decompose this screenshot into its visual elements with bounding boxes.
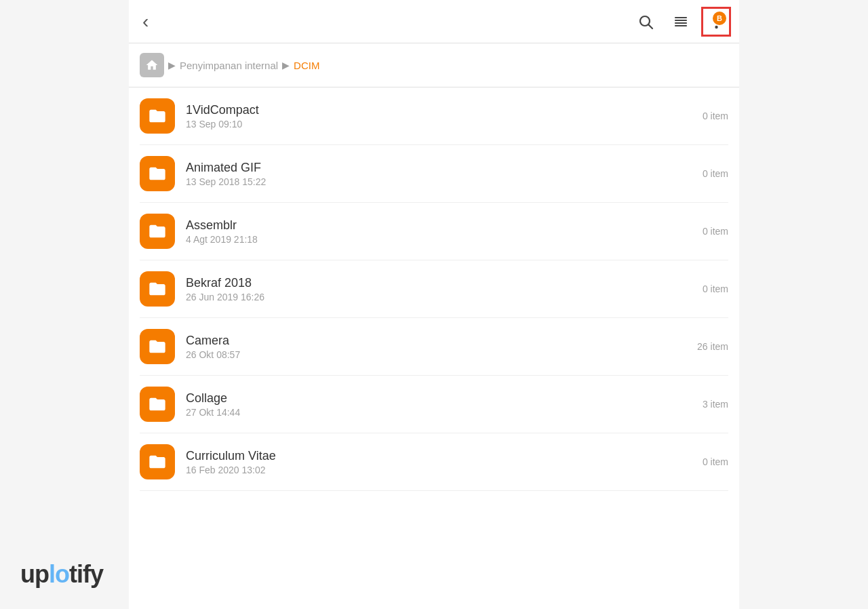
folder-info: Animated GIF 13 Sep 2018 15:22: [186, 161, 697, 187]
folder-date: 13 Sep 09:10: [186, 119, 697, 130]
folder-info: 1VidCompact 13 Sep 09:10: [186, 103, 697, 130]
folder-name: Camera: [186, 334, 692, 348]
folder-date: 26 Jun 2019 16:26: [186, 292, 697, 302]
folder-item[interactable]: Camera 26 Okt 08:57 26 item: [140, 318, 728, 376]
list-view-button[interactable]: [666, 7, 696, 37]
svg-line-1: [649, 24, 653, 28]
folder-count: 3 item: [703, 399, 728, 410]
folder-info: Curriculum Vitae 16 Feb 2020 13:02: [186, 449, 697, 475]
folder-icon: [140, 156, 175, 191]
folder-info: Bekraf 2018 26 Jun 2019 16:26: [186, 276, 697, 302]
breadcrumb-dcim[interactable]: DCIM: [294, 60, 319, 71]
folder-item[interactable]: Animated GIF 13 Sep 2018 15:22 0 item: [140, 145, 728, 203]
folder-name: Animated GIF: [186, 161, 697, 175]
folder-count: 0 item: [703, 283, 728, 294]
folder-name: 1VidCompact: [186, 103, 697, 117]
folder-item[interactable]: Assemblr 4 Agt 2019 21:18 0 item: [140, 203, 728, 260]
folder-icon: [140, 98, 175, 134]
folder-icon: [140, 387, 175, 422]
watermark-up: up: [20, 560, 49, 588]
folder-name: Collage: [186, 391, 697, 406]
folder-name: Assemblr: [186, 218, 697, 233]
notification-badge: B: [713, 12, 726, 25]
folder-count: 0 item: [703, 226, 728, 237]
folder-info: Camera 26 Okt 08:57: [186, 334, 692, 360]
folder-date: 13 Sep 2018 15:22: [186, 176, 697, 187]
folder-list: 1VidCompact 13 Sep 09:10 0 item Animated…: [129, 87, 739, 491]
folder-count: 26 item: [697, 341, 728, 352]
folder-date: 26 Okt 08:57: [186, 349, 692, 360]
folder-name: Bekraf 2018: [186, 276, 697, 290]
folder-count: 0 item: [703, 168, 728, 179]
folder-count: 0 item: [703, 111, 728, 121]
more-options-button[interactable]: B: [701, 7, 731, 37]
folder-icon: [140, 271, 175, 307]
home-icon[interactable]: [140, 53, 164, 77]
folder-icon: [140, 444, 175, 479]
back-button[interactable]: ‹: [137, 5, 154, 38]
folder-item[interactable]: Bekraf 2018 26 Jun 2019 16:26 0 item: [140, 260, 728, 318]
folder-date: 16 Feb 2020 13:02: [186, 465, 697, 475]
svg-point-8: [715, 25, 717, 28]
watermark-lo: lo: [49, 560, 69, 588]
watermark: uplotify: [20, 560, 103, 589]
folder-info: Collage 27 Okt 14:44: [186, 391, 697, 418]
folder-date: 4 Agt 2019 21:18: [186, 234, 697, 245]
breadcrumb-arrow-1: ▶: [168, 60, 176, 71]
watermark-tify: tify: [69, 560, 103, 588]
breadcrumb: ▶ Penyimpanan internal ▶ DCIM: [129, 43, 739, 87]
breadcrumb-internal-storage[interactable]: Penyimpanan internal: [180, 60, 278, 71]
folder-date: 27 Okt 14:44: [186, 407, 697, 418]
toolbar: ‹: [129, 0, 739, 43]
folder-item[interactable]: Curriculum Vitae 16 Feb 2020 13:02 0 ite…: [140, 433, 728, 491]
folder-count: 0 item: [703, 456, 728, 467]
folder-icon: [140, 329, 175, 364]
search-button[interactable]: [631, 7, 660, 37]
toolbar-right: B: [631, 7, 731, 37]
folder-name: Curriculum Vitae: [186, 449, 697, 463]
folder-icon: [140, 214, 175, 249]
breadcrumb-arrow-2: ▶: [282, 60, 290, 71]
folder-item[interactable]: 1VidCompact 13 Sep 09:10 0 item: [140, 87, 728, 145]
folder-item[interactable]: Collage 27 Okt 14:44 3 item: [140, 376, 728, 433]
folder-info: Assemblr 4 Agt 2019 21:18: [186, 218, 697, 245]
